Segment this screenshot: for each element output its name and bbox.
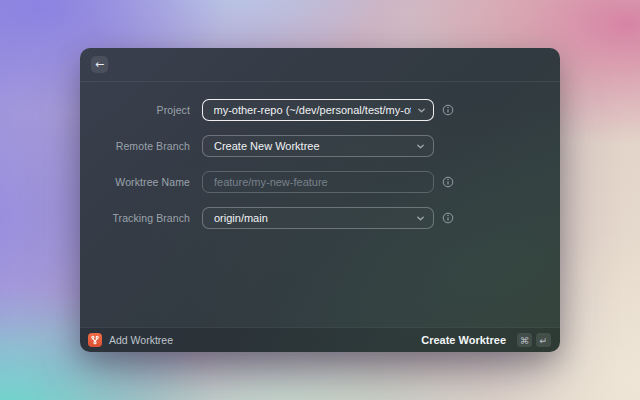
create-worktree-button[interactable]: Create Worktree — [421, 334, 506, 346]
git-branch-app-icon — [88, 333, 102, 347]
chevron-down-icon — [410, 142, 425, 151]
field-row-tracking-branch: Tracking Branch origin/main — [80, 207, 560, 229]
footer-actions: Create Worktree ⌘ ↵ — [421, 333, 551, 347]
remote-branch-select-value: Create New Worktree — [214, 140, 320, 152]
project-select-value: my-other-repo (~/dev/personal/test/my-ot… — [214, 104, 411, 116]
worktree-form: Project my-other-repo (~/dev/personal/te… — [80, 82, 560, 327]
project-info-icon[interactable] — [442, 104, 454, 116]
field-row-remote-branch: Remote Branch Create New Worktree — [80, 135, 560, 157]
add-worktree-dialog: ← Project my-other-repo (~/dev/personal/… — [80, 48, 560, 352]
tracking-branch-info-icon[interactable] — [442, 212, 454, 224]
worktree-name-input[interactable] — [202, 171, 434, 193]
command-key-icon: ⌘ — [517, 333, 532, 347]
return-key-icon: ↵ — [536, 333, 551, 347]
back-button[interactable]: ← — [91, 56, 108, 73]
field-row-project: Project my-other-repo (~/dev/personal/te… — [80, 99, 560, 121]
app-name-label: Add Worktree — [109, 334, 173, 346]
worktree-name-label: Worktree Name — [80, 176, 190, 188]
project-label: Project — [80, 104, 190, 116]
tracking-branch-select[interactable]: origin/main — [202, 207, 434, 229]
project-select[interactable]: my-other-repo (~/dev/personal/test/my-ot… — [202, 99, 434, 121]
dialog-footer: Add Worktree Create Worktree ⌘ ↵ — [80, 327, 560, 352]
tracking-branch-label: Tracking Branch — [80, 212, 190, 224]
remote-branch-select[interactable]: Create New Worktree — [202, 135, 434, 157]
chevron-down-icon — [411, 106, 426, 115]
worktree-name-info-icon[interactable] — [442, 176, 454, 188]
back-arrow-icon: ← — [95, 57, 104, 73]
desktop: { "window": { "header": { "back_icon": "… — [0, 0, 640, 400]
field-row-worktree-name: Worktree Name — [80, 171, 560, 193]
chevron-down-icon — [410, 214, 425, 223]
dialog-titlebar: ← — [80, 48, 560, 82]
tracking-branch-select-value: origin/main — [214, 212, 268, 224]
remote-branch-label: Remote Branch — [80, 140, 190, 152]
